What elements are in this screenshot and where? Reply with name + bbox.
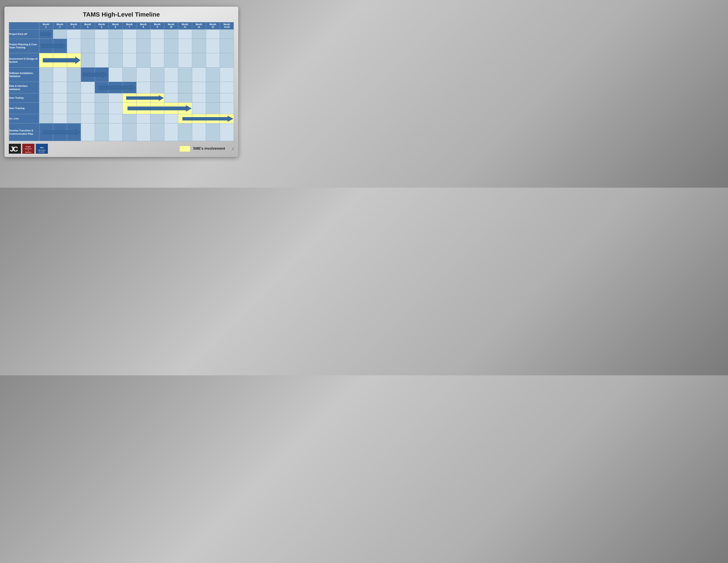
cell-usertraining-m1	[39, 103, 53, 114]
cell-develop-m10	[164, 123, 178, 141]
cell-planning-m9	[150, 39, 164, 53]
cell-data-m8	[136, 82, 150, 93]
task-label-data: Data & Interface validation	[9, 82, 39, 93]
cell-golive-m3	[67, 114, 81, 123]
cell-golive-m10	[164, 114, 178, 123]
cell-develop-m12	[192, 123, 206, 141]
legend-label: SME's involvement	[193, 146, 225, 151]
cell-software-m14-18	[220, 68, 234, 82]
table-row: Data & Interface validation	[9, 82, 234, 93]
cell-kickoff-m8	[136, 30, 150, 39]
page-number: 2	[232, 147, 234, 150]
cell-develop-m8	[136, 123, 150, 141]
svg-text:State of Oregon: State of Oregon	[38, 150, 46, 151]
cell-assessment-m11	[178, 53, 192, 68]
cell-develop-m11	[178, 123, 192, 141]
cell-planning-m2	[53, 39, 67, 53]
header-month-7: Month7	[122, 22, 136, 30]
cell-assessment-m6	[109, 53, 122, 68]
header-month-2: Month2	[53, 22, 67, 30]
logo-oregon-ag: Oregon Department of Agriculture	[22, 144, 34, 154]
cell-usertesting-m10	[164, 93, 178, 103]
svg-text:DEQ: DEQ	[40, 147, 43, 148]
cell-assessment-m13	[206, 53, 220, 68]
cell-planning-m6	[109, 39, 122, 53]
logo-area: JC Oregon Department of Agriculture DEQ	[9, 144, 48, 154]
cell-data-m4	[81, 82, 95, 93]
cell-golive-m7	[122, 114, 136, 123]
cell-kickoff-m10	[164, 30, 178, 39]
table-row: Go -Live	[9, 114, 234, 123]
cell-kickoff-m5	[95, 30, 109, 39]
svg-text:Env. Quality: Env. Quality	[39, 151, 45, 152]
task-label-develop: Develop Transition & Communication Plan	[9, 123, 39, 141]
svg-marker-1	[41, 43, 65, 49]
cell-develop-m14-18	[220, 123, 234, 141]
cell-data-m2	[53, 82, 67, 93]
task-label-software: Software Installation, Validation	[9, 68, 39, 82]
table-row: Assessment & Design of System	[9, 53, 234, 68]
svg-marker-6	[128, 105, 191, 111]
footer: JC Oregon Department of Agriculture DEQ	[9, 144, 234, 154]
svg-marker-3	[83, 71, 107, 78]
header-task-col	[9, 22, 39, 30]
header-month-14-18: Month14-18	[220, 22, 234, 30]
cell-assessment-m10	[164, 53, 178, 68]
svg-marker-5	[126, 95, 164, 101]
cell-assessment-m9	[150, 53, 164, 68]
svg-marker-8	[43, 129, 80, 135]
cell-usertesting-m4	[81, 93, 95, 103]
svg-marker-2	[43, 57, 80, 64]
header-month-3: Month3	[67, 22, 81, 30]
cell-usertesting-m13	[206, 93, 220, 103]
header-month-12: Month12	[192, 22, 206, 30]
cell-golive-m1	[39, 114, 53, 123]
svg-text:JC: JC	[10, 145, 18, 153]
cell-kickoff-m14-18	[220, 30, 234, 39]
cell-planning-m10	[164, 39, 178, 53]
cell-planning-m5	[95, 39, 109, 53]
cell-develop-m9	[150, 123, 164, 141]
svg-text:Department: Department	[25, 148, 32, 149]
cell-kickoff-m13	[206, 30, 220, 39]
cell-planning-m11	[178, 39, 192, 53]
header-month-1: Month1	[39, 22, 53, 30]
svg-marker-0	[41, 32, 52, 37]
table-row: Software Installation, Validation	[9, 68, 234, 82]
cell-data-m9	[150, 82, 164, 93]
table-row: Project Planning & Core Team Training	[9, 39, 234, 53]
cell-assessment-m12	[192, 53, 206, 68]
cell-usertesting-m12	[192, 93, 206, 103]
cell-usertesting-m3	[67, 93, 81, 103]
table-row: User Testing	[9, 93, 234, 103]
header-row: Month1 Month2 Month3 Month4 Month5 Month…	[9, 22, 234, 30]
logo-deq: DEQ State of Oregon Env. Quality	[36, 144, 48, 154]
task-label-planning: Project Planning & Core Team Training	[9, 39, 39, 53]
cell-kickoff-m6	[109, 30, 122, 39]
svg-text:Agriculture: Agriculture	[25, 151, 32, 153]
cell-software-m10	[164, 68, 178, 82]
task-label-golive: Go -Live	[9, 114, 39, 123]
cell-develop-m13	[206, 123, 220, 141]
cell-usertesting-m9	[150, 93, 164, 103]
cell-usertraining-m12	[192, 103, 206, 114]
logo-jc: JC	[9, 144, 21, 154]
gantt-table: Month1 Month2 Month3 Month4 Month5 Month…	[9, 22, 234, 141]
legend-container: SME's involvement 2	[179, 146, 234, 152]
cell-usertesting-m5	[95, 93, 109, 103]
cell-data-m10	[164, 82, 178, 93]
cell-software-m7	[122, 68, 136, 82]
cell-assessment-m5	[95, 53, 109, 68]
cell-usertesting-m14-18	[220, 93, 234, 103]
legend-sme-box	[179, 146, 190, 152]
svg-marker-4	[98, 85, 136, 91]
cell-planning-m13	[206, 39, 220, 53]
cell-planning-m7	[122, 39, 136, 53]
cell-develop-m6	[109, 123, 122, 141]
cell-golive-m4	[81, 114, 95, 123]
cell-software-m9	[150, 68, 164, 82]
page-title: TAMS High-Level Timeline	[9, 11, 234, 18]
cell-software-m13	[206, 68, 220, 82]
header-month-9: Month9	[150, 22, 164, 30]
cell-planning-m8	[136, 39, 150, 53]
